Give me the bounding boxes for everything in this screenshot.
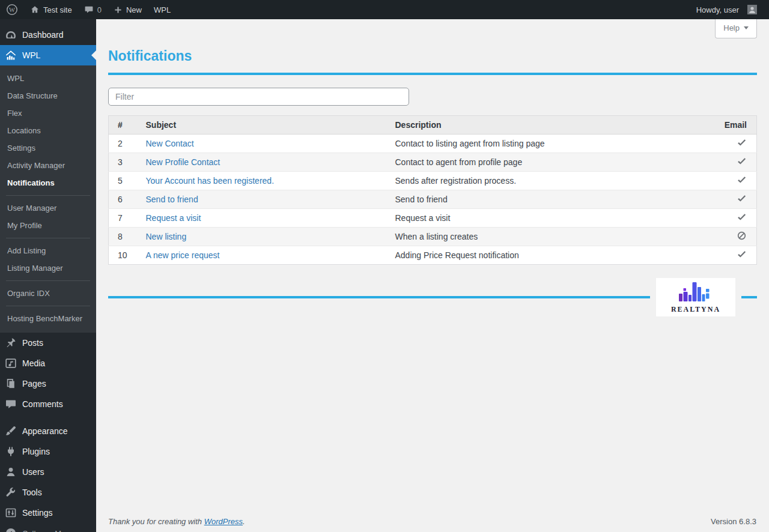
sidebar-item-plugins[interactable]: Plugins <box>0 441 96 462</box>
subject-link[interactable]: Send to friend <box>146 195 198 204</box>
table-row: 5Your Account has been registered.Sends … <box>109 172 757 190</box>
sidebar-item-hosting-benchmarker[interactable]: Hosting BenchMarker <box>0 310 96 327</box>
row-id: 8 <box>109 228 141 246</box>
comments-icon <box>5 398 17 410</box>
row-description: Contact to agent from profile page <box>391 153 714 172</box>
subject-link[interactable]: Request a visit <box>146 213 201 223</box>
row-subject-cell: A new price request <box>141 246 391 265</box>
sidebar-item-data-structure[interactable]: Data Structure <box>0 87 96 104</box>
sidebar-item-appearance[interactable]: Appearance <box>0 421 96 441</box>
check-icon[interactable] <box>737 249 747 259</box>
check-icon[interactable] <box>737 138 747 148</box>
subject-link[interactable]: Your Account has been registered. <box>146 176 275 186</box>
submenu-separator <box>6 280 90 281</box>
subject-link[interactable]: A new price request <box>146 250 220 260</box>
check-icon[interactable] <box>737 193 747 204</box>
table-row: 3New Profile ContactContact to agent fro… <box>109 153 757 172</box>
subject-link[interactable]: New Contact <box>146 139 194 148</box>
wordpress-link[interactable]: WordPress <box>204 517 243 526</box>
row-email-cell <box>714 246 757 265</box>
sidebar-item-flex[interactable]: Flex <box>0 104 96 122</box>
settings-icon <box>5 507 17 519</box>
site-name-link[interactable]: Test site <box>24 0 78 19</box>
sidebar-item-settings[interactable]: Settings <box>0 139 96 157</box>
table-row: 8New listingWhen a listing creates <box>109 228 757 246</box>
sidebar-item-label: Comments <box>22 399 63 409</box>
column-header-email: Email <box>714 116 757 135</box>
help-button[interactable]: Help <box>715 19 757 38</box>
site-name: Test site <box>43 5 72 14</box>
wpl-adminbar-link[interactable]: WPL <box>148 0 177 19</box>
account-menu[interactable]: Howdy, user <box>690 0 763 19</box>
title-divider <box>108 73 757 75</box>
row-email-cell <box>714 135 757 153</box>
sidebar-item-user-manager[interactable]: User Manager <box>0 199 96 217</box>
notifications-table: #SubjectDescriptionEmail 2New ContactCon… <box>108 115 757 265</box>
subject-link[interactable]: New Profile Contact <box>146 157 220 167</box>
admin-bar: W Test site 0 New WPL Howdy, user <box>0 0 769 19</box>
sidebar-item-wpl[interactable]: WPL <box>0 45 96 65</box>
sidebar-menu: DashboardWPLWPLData StructureFlexLocatio… <box>0 25 96 532</box>
sidebar-item-notifications[interactable]: Notifications <box>0 174 96 192</box>
sidebar-item-activity-manager[interactable]: Activity Manager <box>0 157 96 174</box>
plugins-icon <box>5 446 17 458</box>
row-email-cell <box>714 209 757 228</box>
main-content: Help Notifications #SubjectDescriptionEm… <box>96 19 769 532</box>
table-row: 6Send to friendSend to friend <box>109 190 757 209</box>
sidebar-item-organic-idx[interactable]: Organic IDX <box>0 285 96 302</box>
submenu-separator <box>6 238 90 238</box>
row-id: 10 <box>109 246 141 265</box>
sidebar-item-media[interactable]: Media <box>0 353 96 373</box>
menu-spacer <box>0 414 96 421</box>
help-label: Help <box>723 23 740 32</box>
ban-icon[interactable] <box>737 231 747 241</box>
sidebar-item-add-listing[interactable]: Add Listing <box>0 242 96 259</box>
realtyna-logo: REALTYNA <box>656 278 735 316</box>
sidebar-item-pages[interactable]: Pages <box>0 373 96 394</box>
version-label: Version 6.8.3 <box>711 517 756 526</box>
users-icon <box>5 466 17 478</box>
sidebar-item-listing-manager[interactable]: Listing Manager <box>0 259 96 277</box>
sidebar-item-settings[interactable]: Settings <box>0 503 96 523</box>
sidebar-item-my-profile[interactable]: My Profile <box>0 217 96 234</box>
sidebar-item-label: Users <box>22 467 44 477</box>
row-id: 6 <box>109 190 141 209</box>
comments-bubble-link[interactable]: 0 <box>78 0 108 19</box>
page-title: Notifications <box>108 47 757 65</box>
chevron-down-icon <box>744 26 749 29</box>
admin-sidebar: DashboardWPLWPLData StructureFlexLocatio… <box>0 19 96 532</box>
column-header-id: # <box>109 116 141 135</box>
sidebar-item-users[interactable]: Users <box>0 462 96 482</box>
sidebar-item-dashboard[interactable]: Dashboard <box>0 25 96 45</box>
new-label: New <box>126 5 142 14</box>
sidebar-item-label: Dashboard <box>22 30 64 40</box>
check-icon[interactable] <box>737 212 747 222</box>
sidebar-item-comments[interactable]: Comments <box>0 394 96 414</box>
media-icon <box>5 357 17 369</box>
row-subject-cell: New listing <box>141 228 391 246</box>
sidebar-item-collapse-menu[interactable]: Collapse Menu <box>0 523 96 532</box>
sidebar-item-locations[interactable]: Locations <box>0 122 96 139</box>
column-header-subject: Subject <box>141 116 391 135</box>
check-icon[interactable] <box>737 156 747 166</box>
sidebar-item-posts[interactable]: Posts <box>0 333 96 353</box>
sidebar-item-label: Media <box>22 358 45 368</box>
sidebar-item-tools[interactable]: Tools <box>0 482 96 503</box>
wpl-icon <box>5 49 17 61</box>
comment-bubble-icon <box>84 5 94 14</box>
new-content-link[interactable]: New <box>108 0 148 19</box>
row-description: Adding Price Request notification <box>391 246 714 265</box>
sidebar-item-label: Collapse Menu <box>22 529 74 532</box>
subject-link[interactable]: New listing <box>146 232 187 241</box>
sidebar-item-label: Plugins <box>22 447 50 456</box>
wordpress-menu[interactable]: W <box>0 0 24 19</box>
submenu-separator <box>6 195 90 196</box>
row-id: 3 <box>109 153 141 172</box>
row-id: 5 <box>109 172 141 190</box>
row-description: Sends after registration process. <box>391 172 714 190</box>
sidebar-item-label: WPL <box>22 50 40 60</box>
sidebar-item-wpl[interactable]: WPL <box>0 70 96 87</box>
wpl-adminbar-label: WPL <box>154 5 171 14</box>
check-icon[interactable] <box>737 175 747 185</box>
filter-input[interactable] <box>108 88 409 106</box>
